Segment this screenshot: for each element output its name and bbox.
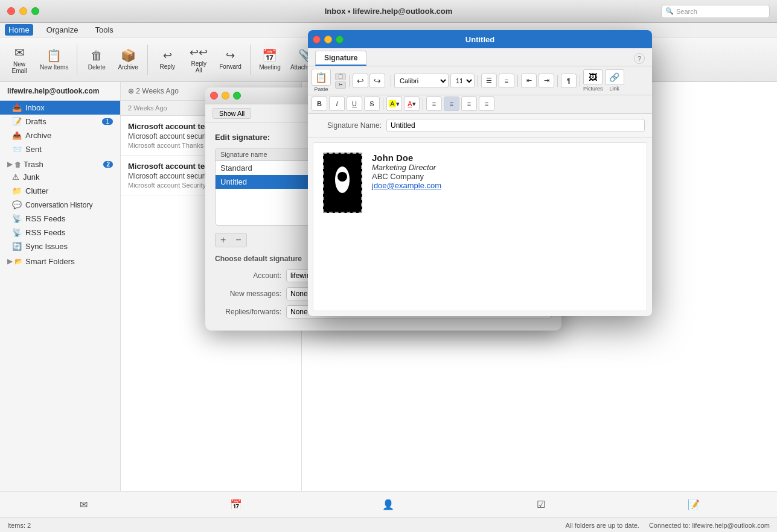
tb-sep-2 (391, 75, 391, 87)
sidebar-item-conversation-history[interactable]: 💬 Conversation History (0, 198, 120, 212)
underline-button[interactable]: U (347, 97, 362, 111)
sidebar-item-rss-feeds-2[interactable]: 📡 RSS Feeds (0, 226, 120, 239)
decrease-indent-button[interactable]: ⇤ (521, 74, 537, 88)
close-button[interactable] (7, 7, 15, 15)
sig-editor-toolbar-2: B I U S A▾ A▾ ≡ ≡ ≡ ≡ (308, 95, 652, 114)
forward-button[interactable]: ↪ Forward (216, 42, 245, 78)
archive-folder-icon: 📤 (12, 131, 22, 140)
align-center-button[interactable]: ≡ (444, 97, 459, 111)
sig-email[interactable]: jdoe@example.com (372, 181, 441, 190)
window-controls (7, 7, 39, 15)
sig-panel-close[interactable] (210, 92, 218, 100)
reply-all-button[interactable]: ↩↩ ReplyAll (184, 42, 213, 78)
font-size-select[interactable]: 11 (450, 74, 475, 88)
link-button[interactable]: 🔗 (605, 69, 624, 85)
sent-label: Sent (25, 145, 42, 154)
junk-icon: ⚠ (12, 173, 19, 182)
delete-button[interactable]: 🗑 Delete (82, 42, 111, 78)
paste-button[interactable]: 📋 (312, 69, 331, 86)
maximize-button[interactable] (31, 7, 39, 15)
meeting-button[interactable]: 📅 Meeting (255, 42, 284, 78)
archive-button[interactable]: 📦 Archive (114, 42, 142, 78)
redo-button[interactable]: ↪ (369, 74, 385, 88)
sig-editor-title: Untitled (465, 35, 494, 44)
italic-button[interactable]: I (329, 97, 345, 111)
sidebar-item-rss-feeds-1[interactable]: 📡 RSS Feeds (0, 212, 120, 226)
paste-sub-buttons: 📋 ✂ (335, 73, 346, 89)
undo-button[interactable]: ↩ (353, 74, 368, 88)
menu-organize[interactable]: Organize (43, 24, 82, 36)
sig-panel-maximize[interactable] (233, 92, 241, 100)
sig-editor-close[interactable] (313, 36, 321, 43)
sig-editor-maximize[interactable] (336, 36, 344, 43)
signature-tab[interactable]: Signature (315, 51, 366, 66)
tb-sep-7 (383, 98, 383, 110)
sidebar: lifewire.help@outlook.com 📥 Inbox 📝 Draf… (0, 82, 121, 518)
archive-label: Archive (118, 64, 138, 71)
search-bar[interactable]: 🔍 Search (661, 5, 770, 18)
new-email-icon: ✉ (14, 45, 25, 60)
unordered-list-button[interactable]: ☰ (481, 74, 497, 88)
help-button[interactable]: ? (634, 53, 645, 64)
sidebar-item-sent[interactable]: 📨 Sent (0, 142, 120, 156)
paste-sub-2[interactable]: ✂ (335, 81, 346, 89)
sync-issues-label: Sync Issues (25, 242, 68, 251)
bold-button[interactable]: B (312, 97, 327, 111)
tb-sep-8 (423, 98, 423, 110)
sig-job-title: Marketing Director (372, 163, 441, 172)
sidebar-item-junk[interactable]: ⚠ Junk (0, 170, 120, 184)
ordered-list-button[interactable]: ≡ (499, 74, 514, 88)
sidebar-item-inbox[interactable]: 📥 Inbox (0, 101, 120, 115)
strikethrough-button[interactable]: S (364, 97, 380, 111)
sidebar-item-sync-issues[interactable]: 🔄 Sync Issues (0, 239, 120, 253)
sig-editor-minimize[interactable] (324, 36, 332, 43)
tb-sep-4 (517, 75, 518, 87)
increase-indent-button[interactable]: ⇥ (539, 74, 554, 88)
rss-feeds-2-icon: 📡 (12, 228, 22, 237)
sig-name-input[interactable] (386, 119, 645, 132)
align-left-button[interactable]: ≡ (426, 97, 442, 111)
reply-button[interactable]: ↩ Reply (153, 42, 182, 78)
align-right-button[interactable]: ≡ (461, 97, 477, 111)
tasks-nav-button[interactable]: ☑ (532, 496, 549, 513)
statusbar: Items: 2 All folders are up to date. Con… (0, 518, 777, 532)
highlight-button[interactable]: A▾ (386, 97, 402, 111)
font-color-button[interactable]: A▾ (404, 97, 420, 111)
show-all-button[interactable]: Show All (213, 108, 251, 119)
font-family-select[interactable]: Calibri (394, 74, 449, 88)
menu-tools[interactable]: Tools (91, 24, 117, 36)
menu-home[interactable]: Home (5, 24, 33, 36)
sig-text-content: John Doe Marketing Director ABC Company … (372, 153, 441, 190)
expand-smart-icon: ▶ (7, 258, 12, 265)
sig-remove-button[interactable]: − (231, 233, 246, 247)
sig-editor-canvas[interactable]: John Doe Marketing Director ABC Company … (313, 142, 647, 311)
notes-nav-button[interactable]: 📝 (685, 496, 702, 513)
paste-sub-1[interactable]: 📋 (335, 73, 346, 80)
sig-new-messages-label: New messages: (215, 290, 281, 298)
sidebar-trash-section[interactable]: ▶ 🗑 Trash 2 (0, 156, 120, 170)
sync-status: All folders are up to date. (566, 522, 639, 529)
sig-add-button[interactable]: + (216, 233, 231, 247)
calendar-nav-button[interactable]: 📅 (228, 496, 245, 513)
sidebar-item-clutter[interactable]: 📁 Clutter (0, 184, 120, 198)
new-items-icon: 📋 (46, 48, 62, 63)
sig-logo-container[interactable] (323, 153, 367, 213)
minimize-button[interactable] (19, 7, 27, 15)
sidebar-smart-folders[interactable]: ▶ 📂 Smart Folders (0, 253, 120, 267)
sidebar-item-archive[interactable]: 📤 Archive (0, 128, 120, 142)
sidebar-account[interactable]: lifewire.help@outlook.com (0, 82, 120, 101)
sig-panel-minimize[interactable] (222, 92, 229, 100)
undo-redo-group: ↩ ↪ (353, 74, 385, 88)
sidebar-item-drafts[interactable]: 📝 Drafts 1 (0, 115, 120, 128)
rss-feeds-2-label: RSS Feeds (25, 228, 65, 237)
new-email-button[interactable]: ✉ NewEmail (5, 42, 34, 78)
mail-nav-button[interactable]: ✉ (75, 496, 92, 513)
email-list-sort: ⊕ 2 Weeks Ago (128, 87, 179, 95)
new-items-button[interactable]: 📋 New Items (36, 42, 72, 78)
align-justify-button[interactable]: ≡ (479, 97, 494, 111)
people-nav-button[interactable]: 👤 (380, 496, 397, 513)
reply-icon: ↩ (163, 49, 172, 62)
conversation-history-label: Conversation History (25, 201, 92, 209)
pictures-button[interactable]: 🖼 (583, 69, 603, 85)
paragraph-button[interactable]: ¶ (561, 74, 577, 88)
